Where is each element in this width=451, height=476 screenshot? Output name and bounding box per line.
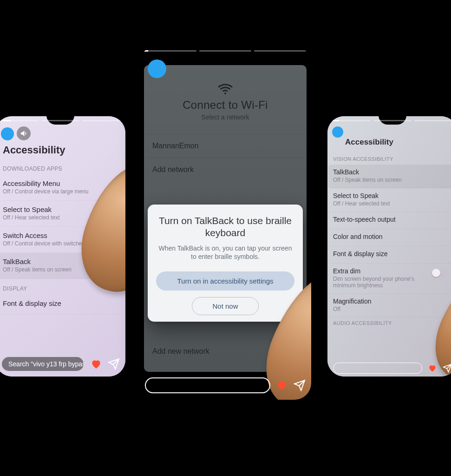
progress-seg	[82, 120, 121, 121]
section-audio: AUDIO ACCESSIBILITY	[333, 320, 451, 326]
reply-text: Search "vivo y13 frp bypass"	[8, 360, 85, 368]
row-subtitle: Off	[333, 306, 448, 312]
row-title: Color and motion	[333, 233, 448, 240]
progress-seg	[373, 120, 412, 121]
story-avatar[interactable]	[332, 126, 343, 138]
screen-content: Accessibility DOWNLOADED APPS Accessibil…	[0, 116, 125, 377]
row-color-motion[interactable]: Color and motion	[328, 229, 451, 246]
section-downloaded: DOWNLOADED APPS	[3, 165, 121, 172]
progress-seg	[414, 120, 451, 121]
row-title: Text-to-speech output	[333, 216, 448, 223]
svg-point-0	[224, 93, 226, 94]
sound-icon[interactable]	[17, 126, 31, 140]
progress-seg	[41, 120, 80, 121]
dialog-body: When TalkBack is on, you can tap your sc…	[156, 244, 294, 262]
story-bottom-bar	[333, 363, 451, 374]
row-title: Extra dim	[333, 267, 429, 275]
row-magnification[interactable]: Magnification Off	[328, 294, 451, 317]
row-talkback[interactable]: TalkBack Off / Speak items on screen	[328, 165, 451, 188]
row-select-to-speak[interactable]: Select to Speak Off / Hear selected text	[328, 188, 451, 212]
send-icon[interactable]	[108, 358, 120, 370]
story-progress	[0, 120, 121, 121]
wifi-network[interactable]: MannanEmon	[144, 134, 307, 158]
row-title: Font & display size	[3, 299, 116, 307]
extra-dim-toggle[interactable]	[432, 269, 448, 277]
story-progress	[144, 50, 307, 52]
dialog-secondary-button[interactable]: Not now	[192, 297, 258, 315]
row-subtitle: Dim screen beyond your phone's minimum b…	[333, 276, 429, 289]
row-title: Accessibility Menu	[3, 179, 116, 187]
like-icon[interactable]	[90, 358, 102, 370]
story-avatar[interactable]	[148, 60, 166, 78]
story-avatar[interactable]	[1, 127, 14, 140]
wifi-subtitle: Select a network	[144, 113, 307, 121]
phone-left: Accessibility DOWNLOADED APPS Accessibil…	[0, 116, 125, 377]
row-text-to-speech[interactable]: Text-to-speech output	[328, 212, 451, 229]
page-title: Accessibility	[345, 138, 451, 147]
dialog-title: Turn on TalkBack to use braille keyboard	[156, 215, 294, 239]
row-subtitle: Off / Speak items on screen	[333, 177, 448, 183]
screen-content: Connect to Wi-Fi Select a network Mannan…	[139, 46, 311, 400]
phone-center: Connect to Wi-Fi Select a network Mannan…	[139, 46, 311, 400]
progress-seg	[332, 120, 371, 121]
story-bottom-bar	[145, 377, 306, 393]
row-title: TalkBack	[333, 168, 448, 176]
progress-seg	[144, 50, 196, 52]
section-vision: VISION ACCESSIBILITY	[333, 156, 451, 162]
wifi-title: Connect to Wi-Fi	[144, 99, 307, 112]
row-title: Font & display size	[333, 250, 448, 258]
reply-input[interactable]: Search "vivo y13 frp bypass"	[1, 356, 85, 372]
wifi-add-network[interactable]: Add network	[144, 158, 307, 181]
story-progress	[332, 120, 451, 121]
phone-right: Accessibility VISION ACCESSIBILITY TalkB…	[327, 116, 451, 377]
reply-input[interactable]	[145, 377, 270, 393]
row-subtitle: Off / Control device via large menu	[3, 188, 116, 195]
like-icon[interactable]	[276, 379, 288, 391]
like-icon[interactable]	[428, 364, 437, 373]
story-bottom-bar: Search "vivo y13 frp bypass"	[1, 356, 120, 372]
row-subtitle: Off / Hear selected text	[333, 200, 448, 207]
stage: Accessibility DOWNLOADED APPS Accessibil…	[0, 0, 451, 476]
progress-seg	[254, 50, 307, 52]
accessibility-settings-page: Accessibility VISION ACCESSIBILITY TalkB…	[327, 116, 451, 326]
reply-input[interactable]	[333, 363, 422, 374]
talkback-dialog: Turn on TalkBack to use braille keyboard…	[148, 205, 303, 322]
row-extra-dim[interactable]: Extra dim Dim screen beyond your phone's…	[328, 264, 451, 294]
row-font-display-size[interactable]: Font & display size	[0, 295, 121, 314]
wifi-icon	[217, 84, 234, 95]
screen-content: Accessibility VISION ACCESSIBILITY TalkB…	[327, 116, 451, 377]
send-icon[interactable]	[443, 364, 451, 373]
send-icon[interactable]	[294, 379, 306, 391]
row-title: Select to Speak	[333, 192, 448, 199]
row-font-display-size[interactable]: Font & display size	[328, 246, 451, 264]
progress-seg	[0, 120, 39, 121]
row-title: Magnification	[333, 298, 448, 305]
dialog-primary-button[interactable]: Turn on in accessibility settings	[156, 271, 294, 291]
page-title: Accessibility	[3, 144, 121, 156]
progress-seg	[199, 50, 252, 52]
